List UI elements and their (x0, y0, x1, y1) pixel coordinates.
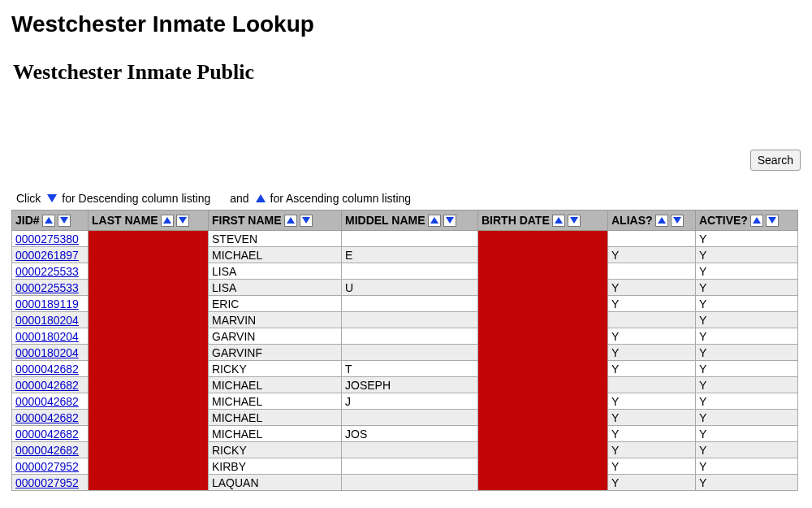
cell-jid: 0000042682 (12, 426, 89, 442)
column-label: LAST NAME (92, 214, 158, 227)
triangle-up-icon (555, 217, 563, 224)
sort-asc-button[interactable] (284, 215, 297, 227)
cell-middle-name (342, 475, 478, 491)
jid-link[interactable]: 0000042682 (15, 444, 79, 457)
sort-desc-button[interactable] (766, 215, 779, 227)
cell-middle-name (342, 328, 478, 345)
cell-alias: Y (608, 247, 696, 263)
sort-desc-button[interactable] (300, 215, 313, 227)
jid-link[interactable]: 0000042682 (15, 363, 79, 376)
sort-desc-button[interactable] (176, 215, 189, 227)
jid-link[interactable]: 0000042682 (15, 428, 79, 441)
cell-jid: 0000042682 (12, 410, 89, 426)
cell-middle-name (342, 345, 478, 361)
legend-text: for Ascending column listing (270, 192, 412, 205)
cell-active: Y (696, 231, 798, 247)
jid-link[interactable]: 0000042682 (15, 411, 79, 424)
sort-asc-button[interactable] (42, 215, 55, 227)
cell-alias: Y (608, 426, 696, 442)
cell-jid: 0000180204 (12, 345, 89, 361)
cell-alias: Y (608, 361, 696, 377)
triangle-down-icon (47, 194, 57, 202)
cell-first-name: MICHAEL (209, 247, 342, 263)
sort-asc-button[interactable] (655, 215, 668, 227)
column-header: BIRTH DATE (478, 211, 608, 231)
jid-link[interactable]: 0000042682 (15, 395, 79, 408)
cell-alias: Y (608, 280, 696, 296)
cell-alias: Y (608, 442, 696, 458)
cell-jid: 0000042682 (12, 361, 89, 377)
cell-middle-name (342, 458, 478, 475)
jid-link[interactable]: 0000042682 (15, 379, 79, 392)
column-header: ALIAS? (608, 211, 696, 231)
cell-alias (608, 377, 696, 393)
search-button[interactable]: Search (750, 150, 801, 171)
page-title: Westchester Inmate Lookup (11, 11, 801, 37)
cell-middle-name: T (342, 361, 478, 377)
cell-active: Y (696, 410, 798, 426)
legend-text: for Descending column listing (62, 192, 210, 205)
cell-alias: Y (608, 393, 696, 410)
jid-link[interactable]: 0000225533 (15, 265, 79, 278)
cell-alias (608, 263, 696, 280)
jid-link[interactable]: 0000027952 (15, 476, 79, 489)
sort-asc-button[interactable] (428, 215, 441, 227)
triangle-down-icon (179, 217, 187, 224)
jid-link[interactable]: 0000189119 (15, 297, 79, 310)
triangle-up-icon (658, 217, 666, 224)
cell-first-name: MICHAEL (209, 377, 342, 393)
sort-asc-button[interactable] (161, 215, 174, 227)
cell-first-name: MICHAEL (209, 393, 342, 410)
jid-link[interactable]: 0000180204 (15, 314, 79, 327)
cell-middle-name (342, 410, 478, 426)
cell-jid: 0000180204 (12, 312, 89, 328)
cell-active: Y (696, 442, 798, 458)
cell-jid: 0000042682 (12, 393, 89, 410)
sort-asc-button[interactable] (552, 215, 565, 227)
cell-active: Y (696, 247, 798, 263)
column-label: FIRST NAME (212, 214, 282, 227)
cell-middle-name: JOS (342, 426, 478, 442)
cell-first-name: MARVIN (209, 312, 342, 328)
triangle-down-icon (673, 217, 681, 224)
sort-desc-button[interactable] (58, 215, 71, 227)
cell-jid: 0000225533 (12, 263, 89, 280)
cell-first-name: GARVIN (209, 328, 342, 345)
triangle-down-icon (570, 217, 578, 224)
cell-middle-name: U (342, 280, 478, 296)
redaction-bar (89, 231, 123, 490)
redaction-bar (478, 231, 545, 490)
table-row: 0000275380STEVENY (12, 231, 798, 247)
jid-link[interactable]: 0000180204 (15, 346, 79, 359)
jid-link[interactable]: 0000261897 (15, 249, 79, 262)
cell-alias: Y (608, 296, 696, 312)
cell-alias (608, 231, 696, 247)
sort-desc-button[interactable] (568, 215, 581, 227)
jid-link[interactable]: 0000275380 (15, 232, 79, 245)
sort-desc-button[interactable] (671, 215, 684, 227)
cell-first-name: KIRBY (209, 458, 342, 475)
cell-first-name: LAQUAN (209, 475, 342, 491)
jid-link[interactable]: 0000027952 (15, 460, 79, 473)
jid-link[interactable]: 0000180204 (15, 330, 79, 343)
sort-legend: Click for Descending column listing and … (16, 192, 801, 205)
cell-active: Y (696, 263, 798, 280)
legend-text: and (230, 192, 248, 205)
inmate-table: JID#LAST NAMEFIRST NAMEMIDDEL NAMEBIRTH … (11, 210, 798, 491)
cell-first-name: RICKY (209, 442, 342, 458)
cell-active: Y (696, 296, 798, 312)
cell-active: Y (696, 458, 798, 475)
cell-alias: Y (608, 410, 696, 426)
sort-desc-button[interactable] (443, 215, 456, 227)
sort-asc-button[interactable] (750, 215, 763, 227)
cell-active: Y (696, 393, 798, 410)
cell-middle-name (342, 231, 478, 247)
jid-link[interactable]: 0000225533 (15, 281, 79, 294)
cell-middle-name: E (342, 247, 478, 263)
triangle-down-icon (768, 217, 776, 224)
redacted-birth-date (478, 231, 608, 491)
triangle-down-icon (302, 217, 310, 224)
triangle-up-icon (45, 217, 53, 224)
cell-first-name: RICKY (209, 361, 342, 377)
legend-text: Click (16, 192, 41, 205)
